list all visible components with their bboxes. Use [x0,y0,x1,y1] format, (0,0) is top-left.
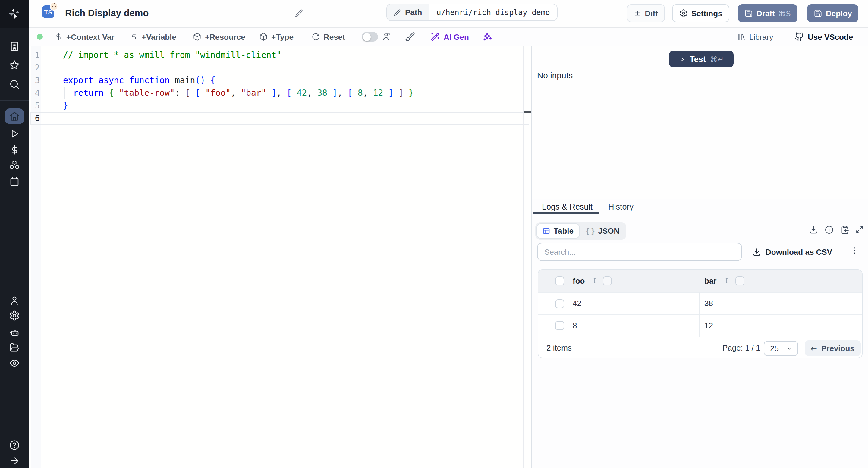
sidebar-item-help[interactable] [9,439,20,450]
test-button[interactable]: Test ⌘↵ [669,51,734,67]
multiplayer-toggle[interactable] [362,32,378,41]
sidebar-item-favorites[interactable] [9,60,20,70]
draft-button[interactable]: Draft ⌘S [738,4,798,22]
add-type-button[interactable]: +Type [259,31,293,43]
line-number: 5 [29,99,40,112]
sidebar-item-runs[interactable] [9,128,20,139]
diff-button[interactable]: ± Diff [627,4,665,22]
home-icon [9,111,20,122]
expand-icon[interactable] [855,225,864,234]
column-header-foo[interactable]: foo [572,276,585,285]
save-icon [814,9,822,18]
sidebar-item-workspace[interactable] [9,41,20,52]
reset-button[interactable]: Reset [312,31,345,43]
deploy-button-label: Deploy [826,9,852,18]
sidebar-item-schedules[interactable] [9,176,20,187]
table-footer: 2 items Page: 1 / 1 25 ← Previous [538,336,862,358]
code-line[interactable]: return { "table-row": [ [ "foo", "bar" ]… [63,87,414,99]
calendar-icon [9,176,20,187]
view-mode-json[interactable]: { } JSON [581,224,625,238]
sort-icon[interactable] [590,276,598,284]
column-divider [567,292,568,336]
page-size-select[interactable]: 25 [764,341,798,356]
path-value[interactable]: u/henri/rich_display_demo [429,4,557,21]
multiplayer-users-icon[interactable] [381,31,392,41]
tab-logs-result[interactable]: Logs & Result [542,202,592,211]
chevron-down-icon [786,345,792,352]
code-line[interactable]: // import * as wmill from "windmill-clie… [63,48,414,61]
copy-result-icon[interactable] [840,225,849,234]
sidebar-item-home[interactable] [5,108,24,124]
add-context-var-button[interactable]: +Context Var [54,31,115,43]
play-icon [679,56,685,62]
right-panel-divider[interactable] [532,199,868,199]
sidebar-item-variables[interactable] [9,144,20,155]
ai-gen-label: AI Gen [444,32,469,41]
sidebar-item-audit-logs[interactable] [9,358,20,368]
result-view-toggle: Table { } JSON [535,222,626,240]
settings-button[interactable]: Settings [672,4,730,22]
result-search-input[interactable] [537,243,742,261]
sidebar-collapse-button[interactable] [9,455,20,466]
user-icon [9,295,20,306]
active-tab-underline [532,212,599,214]
sidebar-item-search[interactable] [9,79,20,90]
add-resource-label: +Resource [205,32,245,41]
workspace-logo-button[interactable] [0,0,29,28]
page-size-value: 25 [770,344,779,353]
deploy-button[interactable]: Deploy [807,4,859,22]
download-icon [752,247,761,256]
line-number: 2 [29,61,40,74]
column-header-bar[interactable]: bar [704,276,716,285]
editor-code[interactable]: // import * as wmill from "windmill-clie… [63,48,414,124]
sidebar-item-workers[interactable] [9,327,20,338]
edit-summary-pencil-icon[interactable] [295,9,303,18]
use-vscode-button[interactable]: Use VScode [795,31,853,43]
sort-icon[interactable] [722,276,730,284]
view-mode-table-label: Table [554,227,574,235]
column-foo-checkbox[interactable] [602,276,612,286]
test-shortcut: ⌘↵ [710,55,724,64]
path-label: Path [405,8,422,17]
download-result-icon[interactable] [809,225,818,234]
code-line[interactable] [63,112,414,124]
ai-gen-button[interactable]: AI Gen [430,31,469,43]
add-variable-button[interactable]: +Variable [130,31,176,43]
wand-sparkles-icon [430,32,440,41]
sidebar-item-settings[interactable] [9,310,20,321]
reset-label: Reset [324,32,345,41]
sidebar-divider [0,100,29,101]
code-line[interactable]: } [63,99,414,112]
previous-page-button[interactable]: ← Previous [804,340,861,356]
column-bar-checkbox[interactable] [735,276,744,286]
add-resource-button[interactable]: +Resource [193,31,245,43]
row-checkbox[interactable] [555,299,564,308]
line-number: 4 [29,87,40,99]
gear-icon [9,310,20,321]
tab-history[interactable]: History [608,202,633,211]
row-checkbox[interactable] [555,321,564,330]
select-all-checkbox[interactable] [555,276,564,286]
code-line[interactable]: export async function main() { [63,74,414,87]
format-brush-icon[interactable] [405,31,415,41]
cubes-icon [9,160,20,170]
cell-foo: 42 [572,293,581,314]
view-mode-table[interactable]: Table [536,224,580,238]
path-field[interactable]: Path u/henri/rich_display_demo [386,4,558,21]
info-icon[interactable] [825,225,834,234]
sidebar-item-resources[interactable] [9,160,20,170]
no-inputs-text: No inputs [537,70,572,80]
editor-scrollbar-track[interactable] [523,46,524,468]
table-options-kebab-icon[interactable] [850,246,860,256]
table-row: 812 [538,314,862,337]
library-button[interactable]: Library [737,31,773,43]
run-inputs-panel [532,46,868,199]
left-sidebar [0,0,29,468]
pencil-icon [394,9,401,16]
line-number: 6 [29,112,40,124]
download-csv-button[interactable]: Download as CSV [752,244,832,259]
sidebar-item-users[interactable] [9,295,20,306]
code-line[interactable] [63,61,414,74]
sidebar-item-folders[interactable] [9,342,20,353]
sparkles-icon[interactable] [482,31,493,41]
